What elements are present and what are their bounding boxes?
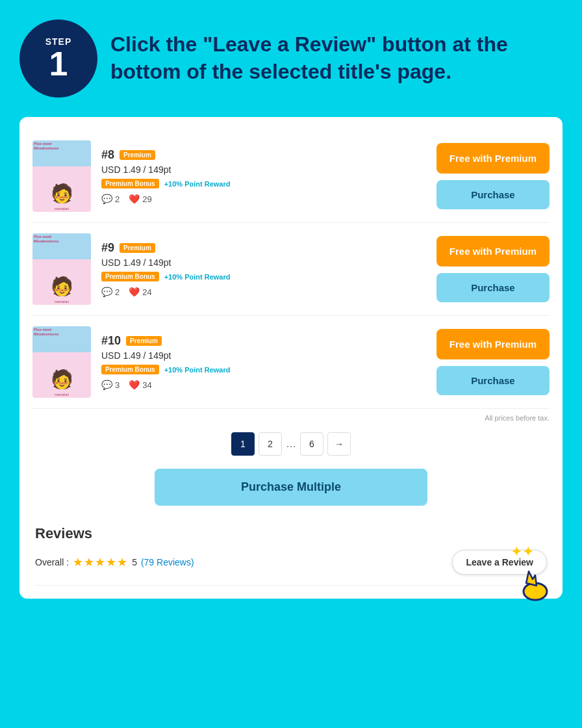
chapter-8-bonus-badge: Premium Bonus bbox=[101, 179, 159, 188]
page-2-button[interactable]: 2 bbox=[259, 432, 282, 456]
chapter-10-free-premium-button[interactable]: Free with Premium bbox=[436, 329, 550, 360]
chapter-row: Plus-sizedMisadventures 🧑 in Love! mamak… bbox=[32, 316, 550, 409]
heart-icon: ❤️ bbox=[129, 194, 140, 204]
chapter-8-info: #8 Premium USD 1.49 / 149pt Premium Bonu… bbox=[101, 148, 426, 204]
rating-value: 5 bbox=[132, 557, 137, 567]
chapter-9-premium-badge: Premium bbox=[120, 243, 155, 253]
page-dots: … bbox=[286, 438, 296, 450]
chapter-10-stats: 💬 3 ❤️ 34 bbox=[101, 380, 426, 390]
chapter-9-title-row: #9 Premium bbox=[101, 241, 426, 255]
chapter-9-cover: Plus-sizedMisadventures 🧑 in Love! mamak… bbox=[32, 233, 91, 305]
chapter-9-likes: ❤️ 24 bbox=[129, 287, 151, 297]
chapter-8-number: #8 bbox=[101, 148, 114, 162]
chapter-9-number: #9 bbox=[101, 241, 114, 255]
sparkles-icon: ✦✦ bbox=[511, 543, 534, 560]
step-circle: STEP 1 bbox=[19, 20, 97, 98]
chapter-9-comments: 💬 2 bbox=[101, 287, 120, 297]
overall-rating-row: Overall : ★★★★★ 5 (79 Reviews) bbox=[35, 555, 194, 569]
chapter-row: Plus-sizedMisadventures 🧑 in Love! mamak… bbox=[32, 223, 550, 316]
pagination: 1 2 … 6 → bbox=[32, 432, 550, 456]
heart-icon: ❤️ bbox=[129, 380, 140, 390]
page-6-button[interactable]: 6 bbox=[300, 432, 323, 456]
chapter-10-actions: Free with Premium Purchase bbox=[436, 329, 550, 396]
step-number: 1 bbox=[49, 47, 68, 81]
page-1-button[interactable]: 1 bbox=[231, 432, 255, 456]
chapter-9-bonus-badge: Premium Bonus bbox=[101, 272, 159, 281]
chapter-8-point-reward: +10% Point Reward bbox=[164, 180, 231, 188]
chapter-8-title-row: #8 Premium bbox=[101, 148, 426, 162]
chapter-8-free-premium-button[interactable]: Free with Premium bbox=[436, 143, 550, 174]
chapter-10-comments: 💬 3 bbox=[101, 380, 120, 390]
chapter-8-premium-badge: Premium bbox=[120, 150, 155, 160]
main-card: Plus-sizedMisadventures 🧑 in Love! mamak… bbox=[19, 117, 563, 599]
chapter-10-number: #10 bbox=[101, 334, 121, 348]
overall-label: Overall : bbox=[35, 557, 69, 567]
cursor-arrow-icon bbox=[514, 562, 553, 607]
chapter-9-actions: Free with Premium Purchase bbox=[436, 236, 550, 303]
chapter-9-info: #9 Premium USD 1.49 / 149pt Premium Bonu… bbox=[101, 241, 426, 297]
tax-note: All prices before tax. bbox=[32, 414, 550, 422]
chapter-10-like-count: 34 bbox=[142, 380, 151, 390]
chapter-9-badge-row: Premium Bonus +10% Point Reward bbox=[101, 272, 426, 281]
chapter-8-stats: 💬 2 ❤️ 29 bbox=[101, 194, 426, 204]
chapter-10-comment-count: 3 bbox=[115, 380, 120, 390]
chapter-10-likes: ❤️ 34 bbox=[129, 380, 151, 390]
purchase-multiple-button[interactable]: Purchase Multiple bbox=[155, 469, 427, 506]
chapter-8-like-count: 29 bbox=[142, 194, 151, 204]
review-count: (79 Reviews) bbox=[141, 557, 194, 567]
reviews-title: Reviews bbox=[35, 525, 547, 542]
chapter-9-comment-count: 2 bbox=[115, 287, 120, 297]
chapter-8-actions: Free with Premium Purchase bbox=[436, 143, 550, 210]
chapter-8-price: USD 1.49 / 149pt bbox=[101, 164, 426, 175]
chapter-8-likes: ❤️ 29 bbox=[129, 194, 151, 204]
header-section: STEP 1 Click the "Leave a Review" button… bbox=[13, 20, 569, 98]
chapter-10-purchase-button[interactable]: Purchase bbox=[436, 366, 550, 395]
chapter-8-comment-count: 2 bbox=[115, 194, 120, 204]
chapter-9-free-premium-button[interactable]: Free with Premium bbox=[436, 236, 550, 267]
chapter-9-like-count: 24 bbox=[142, 287, 151, 297]
chapter-8-comments: 💬 2 bbox=[101, 194, 120, 204]
chapter-row: Plus-sizedMisadventures 🧑 in Love! mamak… bbox=[32, 130, 550, 223]
chapter-9-purchase-button[interactable]: Purchase bbox=[436, 273, 550, 302]
chapter-10-premium-badge: Premium bbox=[126, 336, 162, 346]
divider bbox=[35, 585, 547, 586]
chapter-9-point-reward: +10% Point Reward bbox=[164, 273, 231, 281]
leave-review-wrapper: ✦✦ Leave a Review bbox=[452, 550, 547, 575]
chapter-10-bonus-badge: Premium Bonus bbox=[101, 365, 159, 374]
chapter-8-badge-row: Premium Bonus +10% Point Reward bbox=[101, 179, 426, 188]
chapter-10-info: #10 Premium USD 1.49 / 149pt Premium Bon… bbox=[101, 334, 426, 390]
comment-icon: 💬 bbox=[101, 380, 112, 390]
chapter-10-price: USD 1.49 / 149pt bbox=[101, 350, 426, 361]
comment-icon: 💬 bbox=[101, 287, 112, 297]
chapter-9-price: USD 1.49 / 149pt bbox=[101, 257, 426, 268]
chapter-10-badge-row: Premium Bonus +10% Point Reward bbox=[101, 365, 426, 374]
chapter-9-stats: 💬 2 ❤️ 24 bbox=[101, 287, 426, 297]
instruction-text: Click the "Leave a Review" button at the… bbox=[110, 31, 563, 85]
chapter-10-cover: Plus-sizedMisadventures 🧑 in Love! mamak… bbox=[32, 326, 91, 398]
heart-icon: ❤️ bbox=[129, 287, 140, 297]
reviews-section: Reviews Overall : ★★★★★ 5 (79 Reviews) ✦… bbox=[32, 525, 550, 586]
chapter-10-title-row: #10 Premium bbox=[101, 334, 426, 348]
comment-icon: 💬 bbox=[101, 194, 112, 204]
chapter-8-cover: Plus-sizedMisadventures 🧑 in Love! mamak… bbox=[32, 140, 91, 212]
page-next-button[interactable]: → bbox=[327, 432, 351, 456]
chapter-10-point-reward: +10% Point Reward bbox=[164, 366, 231, 374]
stars-icon: ★★★★★ bbox=[73, 555, 128, 569]
chapter-8-purchase-button[interactable]: Purchase bbox=[436, 180, 550, 209]
reviews-row: Overall : ★★★★★ 5 (79 Reviews) ✦✦ Leave … bbox=[35, 550, 547, 575]
